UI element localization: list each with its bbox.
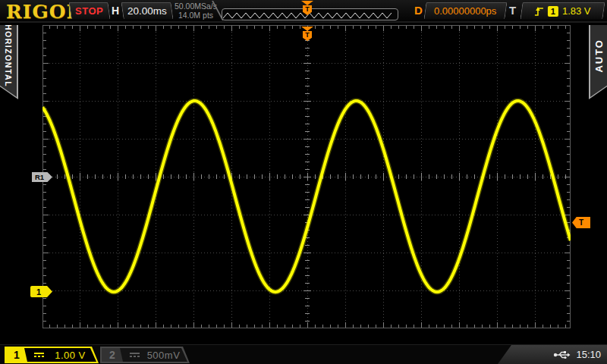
usb-icon <box>553 350 571 359</box>
clock: 15:10 <box>576 349 601 360</box>
header-divider <box>0 21 607 23</box>
delay-label: D <box>414 4 423 17</box>
top-status-bar: RIGOL STOP H 20.00ms 50.00MSa/s 14.0M pt… <box>0 0 607 21</box>
channel-1-button[interactable]: 1 1.00 V <box>5 347 99 363</box>
trigger-level-marker[interactable]: T <box>572 217 590 228</box>
tab-auto-label: AUTO <box>593 39 605 83</box>
waveform-display <box>42 25 571 328</box>
channel-2-scale: 500mV <box>140 350 187 361</box>
bottom-status-bar: 1 1.00 V 2 500mV 15:10 <box>0 344 607 364</box>
channel-2-badge: 2 <box>102 348 123 362</box>
run-state-label: STOP <box>75 5 103 17</box>
channel-1-badge: 1 <box>6 348 27 362</box>
system-status-area: 15:10 <box>498 345 607 364</box>
trigger-arrow-icon <box>301 27 313 31</box>
memory-depth: 14.0M pts <box>171 11 220 20</box>
delay-button[interactable]: 0.00000000ps <box>423 2 507 19</box>
channel-2-button[interactable]: 2 500mV <box>100 347 190 363</box>
trigger-label: T <box>509 4 516 17</box>
run-stop-status-button[interactable]: STOP <box>68 2 110 19</box>
tab-horizontal-label: HORIZONTAL <box>4 24 13 98</box>
oscilloscope-screen: RIGOL STOP H 20.00ms 50.00MSa/s 14.0M pt… <box>0 0 607 364</box>
trigger-position-marker[interactable]: T <box>301 27 313 41</box>
channel-1-scale: 1.00 V <box>44 350 96 361</box>
trigger-source-badge: 1 <box>548 5 558 16</box>
horizontal-label: H <box>112 5 119 17</box>
tab-horizontal-menu[interactable]: HORIZONTAL <box>0 25 18 99</box>
trigger-settings-button[interactable]: 1 1.83 V <box>520 2 605 19</box>
timebase-value: 20.00ms <box>127 5 167 17</box>
delay-value: 0.00000000ps <box>434 5 496 17</box>
trigger-level-value: 1.83 V <box>562 5 591 17</box>
trigger-arrow-icon <box>301 1 313 5</box>
acquisition-info: 50.00MSa/s 14.0M pts <box>171 2 220 20</box>
memory-trigger-position-marker[interactable]: T <box>301 1 313 15</box>
dc-coupling-icon <box>34 353 44 357</box>
dc-coupling-icon <box>130 353 140 357</box>
rising-edge-icon <box>534 5 544 17</box>
timebase-button[interactable]: 20.00ms <box>121 2 173 19</box>
tab-auto-menu[interactable]: AUTO <box>589 25 607 99</box>
